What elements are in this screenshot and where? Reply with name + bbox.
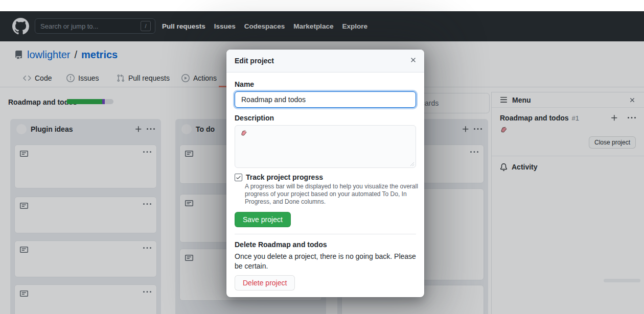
save-project-button[interactable]: Save project xyxy=(235,212,291,227)
project-description-textarea[interactable] xyxy=(235,125,416,168)
modal-title: Edit project xyxy=(235,57,274,65)
delete-note: Once you delete a project, there is no g… xyxy=(235,252,420,271)
meat-emoji-icon xyxy=(240,130,247,137)
resize-handle[interactable] xyxy=(410,162,415,166)
track-progress-checkbox-row[interactable]: Track project progress xyxy=(235,173,416,181)
name-label: Name xyxy=(235,80,416,88)
screen: Search or jump to... / Pull requests Iss… xyxy=(0,0,644,314)
description-label: Description xyxy=(235,114,416,122)
modal-divider xyxy=(235,234,416,234)
check-icon xyxy=(236,175,241,180)
close-modal-icon[interactable] xyxy=(409,56,417,64)
edit-project-modal: Edit project Name Description Track proj… xyxy=(226,50,424,297)
track-progress-checkbox[interactable] xyxy=(235,174,242,181)
delete-heading: Delete Roadmap and todos xyxy=(235,240,416,249)
modal-body: Name Description Track project progress … xyxy=(226,73,424,297)
track-progress-label: Track project progress xyxy=(246,173,323,181)
track-progress-note: A progress bar will be displayed to help… xyxy=(245,183,420,206)
project-name-input[interactable] xyxy=(235,91,416,108)
modal-header: Edit project xyxy=(226,50,424,73)
delete-project-button[interactable]: Delete project xyxy=(235,275,295,291)
